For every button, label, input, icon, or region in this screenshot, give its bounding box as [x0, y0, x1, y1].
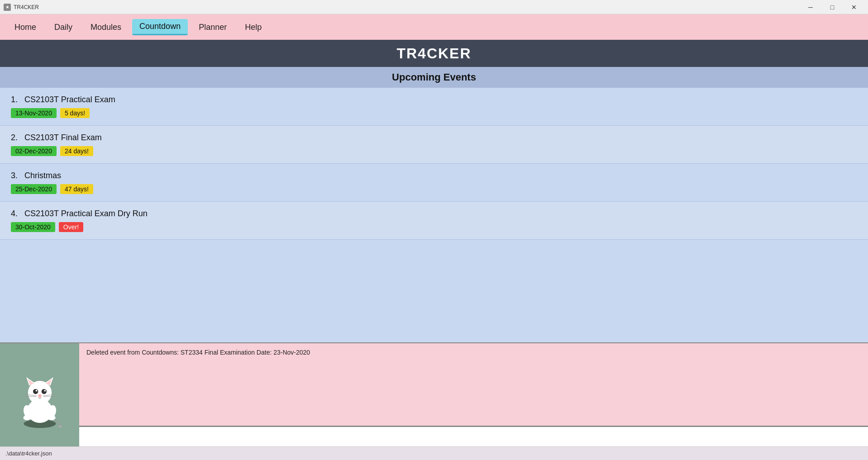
window-controls: ─ □ ✕ — [800, 0, 864, 14]
nav-item-home[interactable]: Home — [7, 20, 43, 35]
title-bar: ★ TR4CKER ─ □ ✕ — [0, 0, 868, 14]
bottom-panel: Deleted event from Countdowns: ST2334 Fi… — [0, 342, 868, 446]
event-title-1: CS2103T Practical Exam — [24, 95, 115, 104]
cat-mascot — [13, 361, 67, 429]
event-number-1: 1. — [11, 95, 22, 104]
event-badges-4: 30-Oct-2020 Over! — [11, 222, 857, 232]
maximize-button[interactable]: □ — [822, 0, 843, 14]
nav-item-modules[interactable]: Modules — [83, 20, 129, 35]
event-badges-1: 13-Nov-2020 5 days! — [11, 108, 857, 118]
app-icon: ★ — [4, 4, 11, 11]
svg-point-11 — [38, 394, 42, 397]
event-name-2: 2. CS2103T Final Exam — [11, 133, 857, 142]
nav-bar: Home Daily Modules Countdown Planner Hel… — [0, 14, 868, 40]
nav-item-planner[interactable]: Planner — [191, 20, 234, 35]
svg-point-9 — [35, 390, 37, 392]
event-date-badge-4: 30-Oct-2020 — [11, 222, 55, 232]
section-title: Upcoming Events — [392, 71, 476, 83]
event-title-2: CS2103T Final Exam — [24, 133, 102, 142]
svg-point-8 — [41, 389, 46, 394]
output-log: Deleted event from Countdowns: ST2334 Fi… — [79, 343, 868, 427]
svg-rect-20 — [58, 426, 62, 428]
nav-item-daily[interactable]: Daily — [47, 20, 80, 35]
event-number-4: 4. — [11, 209, 22, 218]
event-item-3: 3. Christmas 25-Dec-2020 47 days! — [0, 164, 868, 202]
header-banner: TR4CKER — [0, 40, 868, 67]
event-date-badge-2: 02-Dec-2020 — [11, 146, 57, 156]
status-bar: .\data\tr4cker.json — [0, 446, 868, 460]
event-name-4: 4. CS2103T Practical Exam Dry Run — [11, 209, 857, 218]
svg-point-19 — [48, 415, 55, 420]
cat-area — [0, 343, 79, 446]
event-days-badge-2: 24 days! — [60, 146, 93, 156]
section-title-bar: Upcoming Events — [0, 67, 868, 88]
title-bar-left: ★ TR4CKER — [4, 4, 39, 11]
svg-point-10 — [44, 390, 46, 392]
nav-item-countdown[interactable]: Countdown — [132, 19, 188, 35]
app-title: TR4CKER — [396, 45, 471, 62]
close-button[interactable]: ✕ — [844, 0, 864, 14]
svg-point-7 — [33, 389, 38, 394]
event-date-badge-1: 13-Nov-2020 — [11, 108, 57, 118]
event-title-4: CS2103T Practical Exam Dry Run — [24, 209, 148, 218]
svg-point-18 — [23, 415, 31, 420]
input-area[interactable] — [79, 427, 868, 446]
events-container: 1. CS2103T Practical Exam 13-Nov-2020 5 … — [0, 88, 868, 342]
status-path: .\data\tr4cker.json — [5, 450, 52, 457]
command-input[interactable] — [79, 427, 868, 446]
event-over-badge-4: Over! — [59, 222, 83, 232]
event-badges-3: 25-Dec-2020 47 days! — [11, 184, 857, 194]
nav-item-help[interactable]: Help — [238, 20, 269, 35]
output-log-text: Deleted event from Countdowns: ST2334 Fi… — [86, 349, 310, 356]
event-name-1: 1. CS2103T Practical Exam — [11, 95, 857, 104]
window-title: TR4CKER — [14, 4, 39, 10]
minimize-button[interactable]: ─ — [800, 0, 821, 14]
event-date-badge-3: 25-Dec-2020 — [11, 184, 57, 194]
event-number-2: 2. — [11, 133, 22, 142]
event-badges-2: 02-Dec-2020 24 days! — [11, 146, 857, 156]
event-item-2: 2. CS2103T Final Exam 02-Dec-2020 24 day… — [0, 126, 868, 164]
event-name-3: 3. Christmas — [11, 171, 857, 180]
event-title-3: Christmas — [24, 171, 61, 180]
event-number-3: 3. — [11, 171, 22, 180]
event-item-1: 1. CS2103T Practical Exam 13-Nov-2020 5 … — [0, 88, 868, 126]
event-days-badge-3: 47 days! — [60, 184, 93, 194]
output-area: Deleted event from Countdowns: ST2334 Fi… — [79, 343, 868, 446]
event-item-4: 4. CS2103T Practical Exam Dry Run 30-Oct… — [0, 202, 868, 240]
event-days-badge-1: 5 days! — [60, 108, 90, 118]
